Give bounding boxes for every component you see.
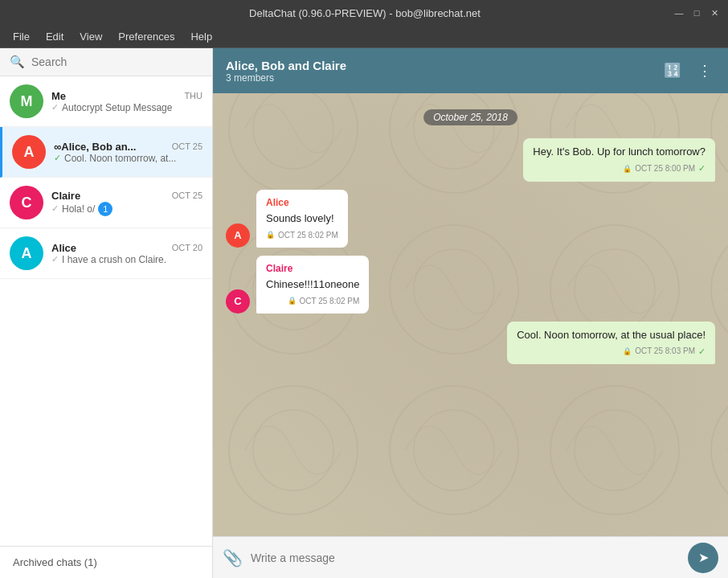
- chat-name: Me: [51, 90, 66, 102]
- preview-text: Autocrypt Setup Message: [62, 102, 172, 113]
- message-time: OCT 25 8:02 PM: [278, 230, 338, 241]
- maximize-button[interactable]: □: [691, 7, 702, 18]
- preview-check-icon: ✓: [51, 254, 59, 264]
- message-meta: 🔒 OCT 25 8:02 PM: [266, 296, 359, 307]
- avatar: M: [10, 84, 43, 118]
- chat-area: Alice, Bob and Claire 3 members 🔢 ⋮ Octo…: [213, 48, 728, 578]
- message-text: Chinese!!!11oneone: [266, 277, 359, 292]
- chat-item-alice[interactable]: AAliceOCT 20✓I have a crush on Claire.: [0, 228, 212, 279]
- chat-info: ClaireOCT 25✓Hola! o/1: [51, 190, 202, 216]
- search-icon: 🔍: [10, 55, 25, 69]
- message-text: Hey. It's Bob. Up for lunch tomorrow?: [533, 145, 706, 159]
- chat-item-claire[interactable]: CClaireOCT 25✓Hola! o/1: [0, 178, 212, 228]
- lock-icon: 🔒: [288, 296, 297, 306]
- message-row: A Alice Sounds lovely! 🔒 OCT 25 8:02 PM: [226, 190, 715, 248]
- incoming-bubble: Alice Sounds lovely! 🔒 OCT 25 8:02 PM: [256, 190, 348, 248]
- message-meta: 🔒 OCT 25 8:00 PM ✓: [533, 162, 706, 174]
- incoming-bubble: Claire Chinese!!!11oneone 🔒 OCT 25 8:02 …: [256, 256, 369, 314]
- message-time: OCT 25 8:03 PM: [635, 346, 695, 357]
- avatar: C: [10, 186, 43, 219]
- chat-list: MMeTHU✓Autocrypt Setup MessageA∞Alice, B…: [0, 76, 212, 546]
- chat-name: Claire: [51, 190, 80, 202]
- chat-preview: ✓I have a crush on Claire.: [51, 254, 202, 265]
- window-title: DeltaChat (0.96.0-PREVIEW) - bob@librech…: [56, 7, 673, 19]
- more-options-icon[interactable]: ⋮: [694, 59, 715, 83]
- chat-header-name: Alice, Bob and Claire: [226, 59, 651, 72]
- sender-name: Alice: [266, 196, 338, 210]
- chat-item-alice-bob[interactable]: A∞Alice, Bob an...OCT 25✓Cool. Noon tomo…: [0, 127, 212, 178]
- chat-name: Alice: [51, 242, 76, 254]
- messages-area: October 25, 2018 Hey. It's Bob. Up for l…: [213, 93, 728, 536]
- unread-badge: 1: [98, 202, 112, 216]
- chat-time: OCT 25: [172, 191, 202, 200]
- lock-icon: 🔒: [623, 164, 632, 174]
- chat-time: OCT 20: [172, 243, 202, 252]
- chat-time: OCT 25: [172, 141, 202, 151]
- close-button[interactable]: ✕: [709, 7, 720, 18]
- chat-info: MeTHU✓Autocrypt Setup Message: [51, 90, 202, 113]
- chat-name: ∞Alice, Bob an...: [54, 141, 136, 153]
- avatar: A: [10, 236, 43, 270]
- message-input-bar: 📎 ➤: [213, 536, 728, 578]
- main-layout: 🔍 MMeTHU✓Autocrypt Setup MessageA∞Alice,…: [0, 48, 728, 578]
- check-mark-icon: ✓: [698, 162, 706, 174]
- menu-item-view[interactable]: View: [72, 27, 110, 46]
- message-row: Cool. Noon tomorrow, at the usual place!…: [226, 322, 715, 365]
- chat-preview: ✓Autocrypt Setup Message: [51, 102, 202, 113]
- archived-chats[interactable]: Archived chats (1): [0, 546, 212, 578]
- menu-item-file[interactable]: File: [5, 27, 38, 46]
- date-separator: October 25, 2018: [226, 109, 715, 125]
- search-bar: 🔍: [0, 48, 212, 76]
- avatar: A: [12, 135, 46, 169]
- sidebar: 🔍 MMeTHU✓Autocrypt Setup MessageA∞Alice,…: [0, 48, 213, 578]
- menubar: FileEditViewPreferencesHelp: [0, 26, 728, 48]
- chat-info: ∞Alice, Bob an...OCT 25✓Cool. Noon tomor…: [54, 141, 202, 164]
- message-time: OCT 25 8:00 PM: [635, 163, 695, 174]
- chat-time: THU: [184, 91, 202, 100]
- message-row: Hey. It's Bob. Up for lunch tomorrow? 🔒 …: [226, 138, 715, 182]
- message-meta: 🔒 OCT 25 8:02 PM: [266, 230, 338, 241]
- lock-icon: 🔒: [623, 346, 632, 357]
- chat-preview: ✓Hola! o/1: [51, 202, 202, 216]
- message-text: Cool. Noon tomorrow, at the usual place!: [517, 328, 706, 342]
- search-input[interactable]: [31, 55, 202, 68]
- menu-item-help[interactable]: Help: [182, 27, 220, 46]
- menu-item-preferences[interactable]: Preferences: [110, 27, 182, 46]
- chat-info: AliceOCT 20✓I have a crush on Claire.: [51, 242, 202, 265]
- archived-chats-label: Archived chats (1): [13, 556, 97, 568]
- avatar: A: [226, 223, 250, 248]
- preview-text: I have a crush on Claire.: [62, 254, 166, 265]
- date-badge: October 25, 2018: [423, 109, 517, 125]
- outgoing-bubble: Hey. It's Bob. Up for lunch tomorrow? 🔒 …: [523, 138, 715, 182]
- sender-name: Claire: [266, 262, 359, 276]
- chat-preview: ✓Cool. Noon tomorrow, at...: [54, 153, 202, 164]
- preview-text: Cool. Noon tomorrow, at...: [64, 153, 176, 164]
- message-row: C Claire Chinese!!!11oneone 🔒 OCT 25 8:0…: [226, 256, 715, 314]
- message-time: OCT 25 8:02 PM: [300, 296, 360, 307]
- group-icon[interactable]: 🔢: [661, 59, 685, 83]
- chat-item-me[interactable]: MMeTHU✓Autocrypt Setup Message: [0, 76, 212, 127]
- menu-item-edit[interactable]: Edit: [38, 27, 72, 46]
- preview-check-icon: ✓: [54, 153, 61, 163]
- preview-check-icon: ✓: [51, 203, 59, 214]
- minimize-button[interactable]: —: [673, 7, 685, 18]
- avatar: C: [226, 289, 250, 314]
- message-text: Sounds lovely!: [266, 211, 338, 226]
- chat-header: Alice, Bob and Claire 3 members 🔢 ⋮: [213, 48, 728, 93]
- chat-header-info: Alice, Bob and Claire 3 members: [226, 59, 651, 84]
- send-button[interactable]: ➤: [688, 543, 718, 573]
- preview-text: Hola! o/: [62, 203, 95, 215]
- chat-header-subtitle: 3 members: [226, 72, 651, 84]
- message-input[interactable]: [251, 551, 680, 564]
- preview-check-icon: ✓: [51, 102, 59, 113]
- outgoing-bubble: Cool. Noon tomorrow, at the usual place!…: [507, 322, 715, 365]
- message-meta: 🔒 OCT 25 8:03 PM ✓: [517, 346, 706, 358]
- attach-icon[interactable]: 📎: [223, 548, 243, 568]
- lock-icon: 🔒: [266, 230, 275, 240]
- titlebar: DeltaChat (0.96.0-PREVIEW) - bob@librech…: [0, 0, 728, 26]
- check-mark-icon: ✓: [698, 346, 706, 358]
